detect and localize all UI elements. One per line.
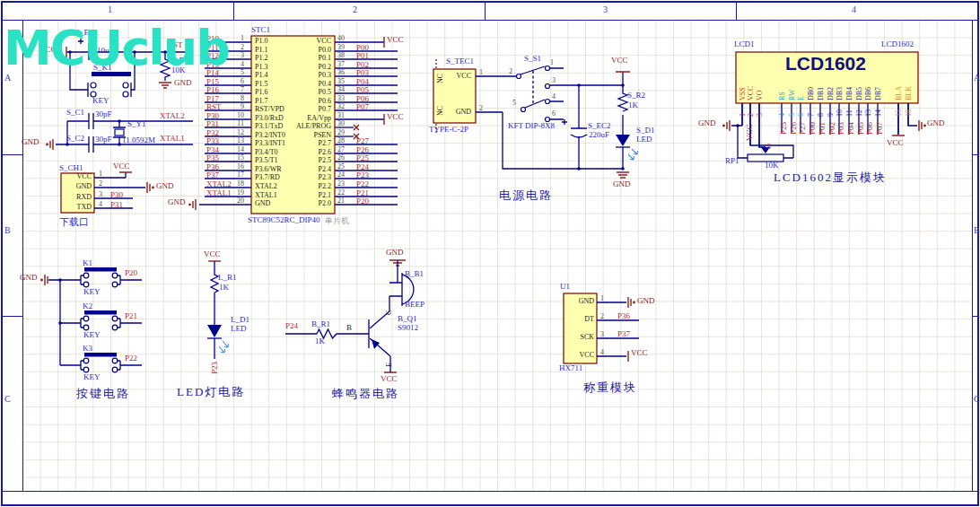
frame-col-divider xyxy=(736,2,737,20)
sheet-border xyxy=(1,1,979,506)
grid-column-ref: 4 xyxy=(852,5,856,14)
grid-row-ref: C xyxy=(974,395,980,404)
frame-line-left xyxy=(22,20,23,491)
frame-row-divider xyxy=(972,316,978,317)
frame-row-divider xyxy=(972,154,978,155)
grid-row-ref: B xyxy=(4,226,11,235)
grid-column-ref: 2 xyxy=(353,5,357,14)
frame-row-divider xyxy=(2,316,22,317)
frame-col-divider xyxy=(233,2,234,20)
grid-column-ref: 3 xyxy=(603,5,608,14)
grid-row-ref: B xyxy=(974,226,980,235)
frame-row-divider xyxy=(2,154,22,155)
frame-line-right xyxy=(972,20,973,491)
grid-row-ref: A xyxy=(974,74,980,83)
frame-col-divider xyxy=(485,2,486,20)
grid-column-ref: 1 xyxy=(108,5,112,14)
frame-line-bottom xyxy=(3,491,977,492)
mcuclub-logo: MCUclub xyxy=(4,20,229,76)
grid-row-ref: C xyxy=(4,395,11,404)
